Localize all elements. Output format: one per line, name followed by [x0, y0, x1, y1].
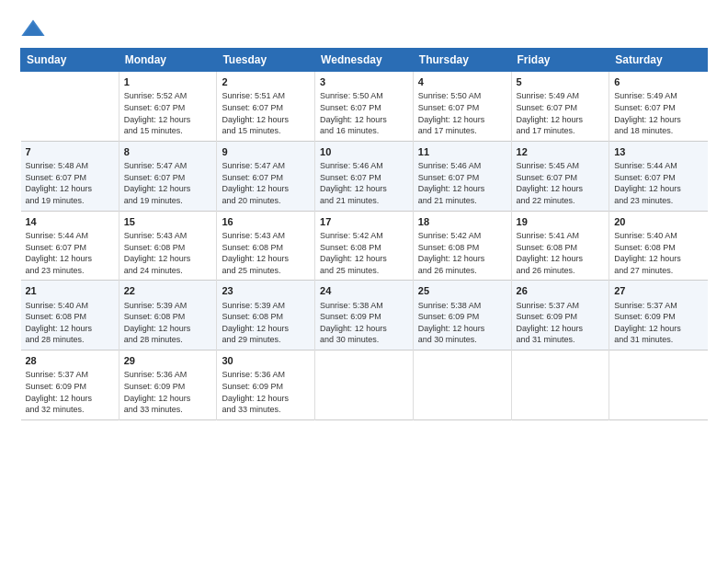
day-info-line: Daylight: 12 hours [124, 323, 212, 335]
day-info-line: Daylight: 12 hours [222, 323, 310, 335]
day-info-line: Sunset: 6:09 PM [614, 311, 702, 323]
day-info-line: Sunset: 6:07 PM [418, 102, 506, 114]
day-info-line: Daylight: 12 hours [517, 323, 605, 335]
day-info-line: Sunrise: 5:38 AM [320, 300, 408, 312]
day-info-line: Sunset: 6:09 PM [418, 311, 506, 323]
calendar-cell [609, 350, 708, 420]
day-info-line: Sunset: 6:09 PM [124, 381, 212, 393]
calendar-cell: 27Sunrise: 5:37 AMSunset: 6:09 PMDayligh… [609, 281, 708, 350]
day-info-line: Sunrise: 5:44 AM [614, 160, 702, 172]
day-info-line: Daylight: 12 hours [222, 114, 310, 126]
day-info-line: Daylight: 12 hours [320, 323, 408, 335]
day-number: 7 [26, 145, 114, 159]
calendar-cell: 10Sunrise: 5:46 AMSunset: 6:07 PMDayligh… [315, 141, 414, 211]
day-info-line: Daylight: 12 hours [26, 323, 114, 335]
calendar-cell: 17Sunrise: 5:42 AMSunset: 6:08 PMDayligh… [315, 211, 414, 281]
day-info-line: Sunrise: 5:52 AM [124, 90, 212, 102]
day-info-line: and 31 minutes. [517, 334, 605, 346]
day-number: 28 [26, 354, 114, 368]
calendar-cell: 23Sunrise: 5:39 AMSunset: 6:08 PMDayligh… [217, 281, 315, 350]
day-info-line: Daylight: 12 hours [124, 114, 212, 126]
day-info-line: Sunset: 6:09 PM [517, 311, 605, 323]
day-info-line: and 15 minutes. [222, 125, 310, 137]
day-info-line: Sunset: 6:08 PM [26, 311, 114, 323]
day-info-line: and 15 minutes. [124, 125, 212, 137]
day-number: 5 [517, 75, 605, 89]
day-info-line: Daylight: 12 hours [26, 393, 114, 405]
day-number: 20 [614, 215, 702, 229]
calendar-cell: 20Sunrise: 5:40 AMSunset: 6:08 PMDayligh… [609, 211, 708, 281]
logo [20, 17, 50, 42]
day-number: 11 [418, 145, 506, 159]
calendar-cell: 13Sunrise: 5:44 AMSunset: 6:07 PMDayligh… [609, 141, 708, 211]
day-info-line: Sunrise: 5:42 AM [418, 230, 506, 242]
calendar-cell: 8Sunrise: 5:47 AMSunset: 6:07 PMDaylight… [119, 141, 217, 211]
day-info-line: Sunrise: 5:39 AM [222, 300, 310, 312]
day-info-line: Daylight: 12 hours [517, 253, 605, 265]
day-info-line: Daylight: 12 hours [418, 114, 506, 126]
day-number: 6 [614, 75, 702, 89]
day-info-line: Sunrise: 5:42 AM [320, 230, 408, 242]
column-header-saturday: Saturday [609, 49, 708, 72]
day-info-line: Sunset: 6:07 PM [26, 172, 114, 184]
day-number: 15 [124, 215, 212, 229]
day-info-line: Sunrise: 5:36 AM [124, 369, 212, 381]
calendar-cell: 15Sunrise: 5:43 AMSunset: 6:08 PMDayligh… [119, 211, 217, 281]
day-info-line: Sunset: 6:07 PM [26, 242, 114, 254]
day-info-line: Daylight: 12 hours [222, 393, 310, 405]
column-header-sunday: Sunday [21, 49, 119, 72]
day-info-line: Sunrise: 5:44 AM [26, 230, 114, 242]
day-info-line: Sunset: 6:08 PM [517, 242, 605, 254]
day-info-line: Sunrise: 5:37 AM [517, 300, 605, 312]
day-info-line: and 19 minutes. [26, 195, 114, 207]
day-info-line: Daylight: 12 hours [517, 183, 605, 195]
day-number: 10 [320, 145, 408, 159]
column-header-thursday: Thursday [413, 49, 511, 72]
calendar-cell: 28Sunrise: 5:37 AMSunset: 6:09 PMDayligh… [21, 350, 119, 420]
column-header-friday: Friday [511, 49, 609, 72]
calendar-table: SundayMondayTuesdayWednesdayThursdayFrid… [20, 48, 708, 420]
day-number: 29 [124, 354, 212, 368]
day-info-line: and 21 minutes. [320, 195, 408, 207]
day-info-line: Sunrise: 5:38 AM [418, 300, 506, 312]
day-number: 21 [26, 284, 114, 298]
day-info-line: and 29 minutes. [222, 334, 310, 346]
day-info-line: Sunset: 6:08 PM [222, 311, 310, 323]
day-info-line: Sunrise: 5:47 AM [222, 160, 310, 172]
column-header-tuesday: Tuesday [217, 49, 315, 72]
page: SundayMondayTuesdayWednesdayThursdayFrid… [0, 0, 728, 563]
day-info-line: and 23 minutes. [26, 265, 114, 277]
calendar-cell: 26Sunrise: 5:37 AMSunset: 6:09 PMDayligh… [511, 281, 609, 350]
day-info-line: and 25 minutes. [320, 265, 408, 277]
week-row-2: 7Sunrise: 5:48 AMSunset: 6:07 PMDaylight… [21, 141, 708, 211]
week-row-5: 28Sunrise: 5:37 AMSunset: 6:09 PMDayligh… [21, 350, 708, 420]
day-info-line: Sunset: 6:07 PM [614, 102, 702, 114]
calendar-cell: 29Sunrise: 5:36 AMSunset: 6:09 PMDayligh… [119, 350, 217, 420]
day-info-line: Daylight: 12 hours [124, 183, 212, 195]
day-info-line: Sunrise: 5:47 AM [124, 160, 212, 172]
day-number: 12 [517, 145, 605, 159]
day-info-line: Sunrise: 5:49 AM [517, 90, 605, 102]
day-info-line: and 17 minutes. [517, 125, 605, 137]
day-info-line: Sunset: 6:08 PM [124, 311, 212, 323]
day-info-line: Daylight: 12 hours [418, 323, 506, 335]
calendar-cell: 24Sunrise: 5:38 AMSunset: 6:09 PMDayligh… [315, 281, 414, 350]
calendar-cell [511, 350, 609, 420]
day-info-line: Sunrise: 5:43 AM [124, 230, 212, 242]
day-info-line: and 19 minutes. [124, 195, 212, 207]
calendar-cell [413, 350, 511, 420]
calendar-cell: 18Sunrise: 5:42 AMSunset: 6:08 PMDayligh… [413, 211, 511, 281]
day-info-line: Sunrise: 5:36 AM [222, 369, 310, 381]
day-info-line: Sunset: 6:07 PM [320, 172, 408, 184]
day-info-line: and 30 minutes. [418, 334, 506, 346]
calendar-cell: 21Sunrise: 5:40 AMSunset: 6:08 PMDayligh… [21, 281, 119, 350]
day-info-line: Sunrise: 5:46 AM [418, 160, 506, 172]
column-header-monday: Monday [119, 49, 217, 72]
day-info-line: Sunrise: 5:48 AM [26, 160, 114, 172]
calendar-cell [21, 72, 119, 142]
day-info-line: Sunset: 6:09 PM [26, 381, 114, 393]
day-info-line: Sunrise: 5:50 AM [418, 90, 506, 102]
calendar-cell: 30Sunrise: 5:36 AMSunset: 6:09 PMDayligh… [217, 350, 315, 420]
day-info-line: Sunset: 6:08 PM [614, 242, 702, 254]
day-info-line: Sunrise: 5:37 AM [26, 369, 114, 381]
